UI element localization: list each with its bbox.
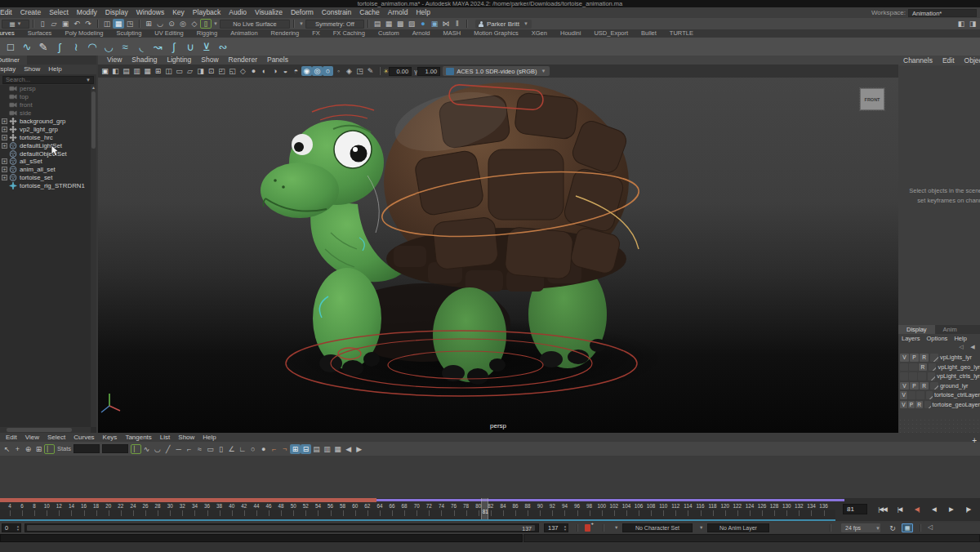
expand-icon[interactable]: +	[2, 127, 7, 132]
playback-toggle[interactable]: P	[910, 382, 919, 390]
playhead[interactable]: 81	[481, 498, 488, 519]
shelf-tab-houdini[interactable]: Houdini	[554, 29, 587, 38]
playback-toggle[interactable]: P	[910, 354, 919, 362]
layer-row-tortoise-geolayer[interactable]: VPRtortoise_geoLayer	[898, 400, 980, 410]
ipr-render-icon[interactable]: ▩	[394, 19, 406, 29]
snap-to-view-plane-icon[interactable]: ◇	[189, 19, 200, 29]
pre-infinity-cycle-icon[interactable]: ◀	[343, 444, 354, 454]
display-type-toggle[interactable]: R	[916, 391, 924, 399]
expand-icon[interactable]: +	[2, 167, 7, 172]
menu-deform[interactable]: Deform	[287, 7, 318, 18]
layer-row-vplight-ctrls-lyr[interactable]: VPRvpLight_ctrls_lyr	[898, 372, 980, 381]
channel-box-menu-channels[interactable]: Channels	[898, 56, 938, 65]
shelf-tab-xgen[interactable]: XGen	[525, 29, 554, 38]
range-slider-track[interactable]: 137	[24, 523, 539, 532]
time-slider[interactable]: 4681012141618202224262830323436384042444…	[0, 498, 980, 521]
workspace-selector[interactable]: Workspace: Animation*	[871, 9, 977, 17]
use-default-material-icon[interactable]: ◑	[270, 66, 280, 76]
outliner-item-top[interactable]: top	[0, 93, 91, 101]
fps-select[interactable]: 24 fps▼	[841, 523, 880, 532]
shelf-tab-usd-export[interactable]: USD_Export	[587, 29, 635, 38]
outliner-item-tortoise-hrc[interactable]: +tortoise_hrc	[0, 133, 91, 141]
expand-icon[interactable]: +	[2, 118, 7, 124]
nurbs-square-icon[interactable]: □	[2, 38, 19, 55]
stacked-view-icon[interactable]: ▥	[322, 444, 332, 454]
image-plane-icon[interactable]: ▦	[142, 66, 153, 76]
shelf-tab-animation[interactable]: Animation	[224, 29, 264, 38]
menu-display[interactable]: Display	[101, 7, 132, 18]
menu-modify[interactable]: Modify	[73, 7, 101, 18]
lock-camera-icon[interactable]: ◧	[110, 66, 121, 76]
shelf-tab-fx[interactable]: FX	[305, 29, 327, 38]
make-object-live-icon[interactable]: []	[200, 19, 212, 29]
safe-title-icon[interactable]: ◱	[227, 66, 238, 76]
command-line-input[interactable]	[0, 534, 523, 542]
value-snap-icon[interactable]: ⊟	[301, 444, 311, 454]
time-snap-icon[interactable]: ⊞	[290, 444, 301, 454]
current-frame-field[interactable]: 81	[843, 504, 867, 514]
outliner-tab[interactable]: Outliner	[0, 56, 27, 65]
graph-menu-help[interactable]: Help	[198, 433, 220, 442]
menu-audio[interactable]: Audio	[225, 7, 251, 18]
visibility-toggle[interactable]: V	[900, 382, 909, 390]
outliner-vertical-scrollbar[interactable]: ▲	[91, 85, 96, 427]
graph-menu-edit[interactable]: Edit	[2, 433, 21, 442]
viewport-menu-view[interactable]: View	[102, 56, 127, 65]
xray-icon[interactable]: ◓	[291, 66, 301, 76]
buffer-curve-snapshot-icon[interactable]: ▭	[205, 444, 216, 454]
menu-select[interactable]: Select	[45, 7, 73, 18]
playback-loop-icon[interactable]: ↻	[887, 523, 898, 533]
menu-constrain[interactable]: Constrain	[318, 7, 355, 18]
snap-options-arrow[interactable]: ▼	[213, 21, 218, 26]
display-type-toggle[interactable]: R	[919, 363, 927, 372]
outliner-item-background-grp[interactable]: +background_grp	[0, 118, 91, 126]
move-nearest-picked-key-icon[interactable]: ↖	[2, 444, 12, 454]
textured-icon[interactable]: ◐	[259, 66, 270, 76]
menu-arnold[interactable]: Arnold	[384, 7, 412, 18]
play-backwards-button[interactable]: ◀	[925, 502, 942, 516]
ep-curve-tool-icon[interactable]: ʃ	[51, 38, 68, 55]
lighting-icon[interactable]: ◉	[301, 66, 312, 76]
swap-buffer-curve-icon[interactable]: ▯	[216, 444, 226, 454]
stats-value-field[interactable]	[102, 444, 128, 453]
spline-tangents-icon[interactable]: ∿	[141, 444, 152, 454]
auto-tangents-icon[interactable]: ⌐	[269, 444, 279, 454]
select-hierarchy-icon[interactable]: ◫	[101, 19, 113, 29]
animation-end-field[interactable]: 137▲▼	[544, 523, 568, 532]
anti-aliasing-icon[interactable]: ◈	[344, 66, 354, 76]
graph-menu-show[interactable]: Show	[174, 433, 198, 442]
anim-layer-field[interactable]: No Anim Layer	[707, 523, 769, 532]
rebuild-curve-icon[interactable]: ∾	[215, 38, 231, 55]
menu-visualize[interactable]: Visualize	[251, 7, 287, 18]
display-type-toggle[interactable]: R	[918, 372, 926, 381]
snap-to-curve-icon[interactable]: ◡	[154, 19, 166, 29]
front-view-gate-button[interactable]: FRONT	[860, 88, 884, 110]
toggle-modeling-toolkit-icon[interactable]: ◧	[956, 19, 967, 29]
visibility-toggle[interactable]: V	[900, 363, 908, 372]
open-scene-icon[interactable]: ▱	[48, 19, 60, 29]
toggle-attribute-editor-icon[interactable]: ◨	[967, 19, 978, 29]
layer-row-vplight-geo-lyr[interactable]: VPRvpLight_geo_lyr	[898, 363, 980, 372]
pencil-curve-tool-icon[interactable]: ✎	[35, 38, 51, 55]
layer-color-swatch[interactable]	[930, 354, 938, 362]
outliner-item-persp[interactable]: persp	[0, 85, 91, 93]
viewport-menu-renderer[interactable]: Renderer	[224, 56, 262, 65]
visibility-toggle[interactable]: V	[900, 391, 907, 399]
bezier-curve-tool-icon[interactable]: ≀	[68, 38, 84, 55]
anim-layer-arrow[interactable]: ▼	[699, 525, 703, 530]
frame-ruler[interactable]: 4681012141618202224262830323436384042444…	[0, 502, 835, 510]
film-gate-icon[interactable]: ▭	[174, 66, 185, 76]
menu-playback[interactable]: Playback	[189, 7, 225, 18]
break-tangents-icon[interactable]: ∠	[226, 444, 237, 454]
insert-knot-icon[interactable]: ∫	[166, 38, 182, 55]
resolution-gate-icon[interactable]: ▱	[185, 66, 195, 76]
viewport-menu-show[interactable]: Show	[196, 56, 223, 65]
screen-space-ao-icon[interactable]: ○	[323, 66, 333, 76]
outliner-item-side[interactable]: side	[0, 109, 91, 118]
lock-tangent-weight-icon[interactable]: ●	[258, 444, 269, 454]
layer-menu-layers[interactable]: Layers	[898, 334, 924, 343]
shelf-tab-turtle[interactable]: TURTLE	[663, 29, 700, 38]
shelf-tab-bullet[interactable]: Bullet	[635, 29, 663, 38]
visibility-toggle[interactable]: V	[900, 372, 908, 381]
outliner-item-tortoise-rig-strdrn1[interactable]: tortoise_rig_STRDRN1	[0, 182, 91, 190]
